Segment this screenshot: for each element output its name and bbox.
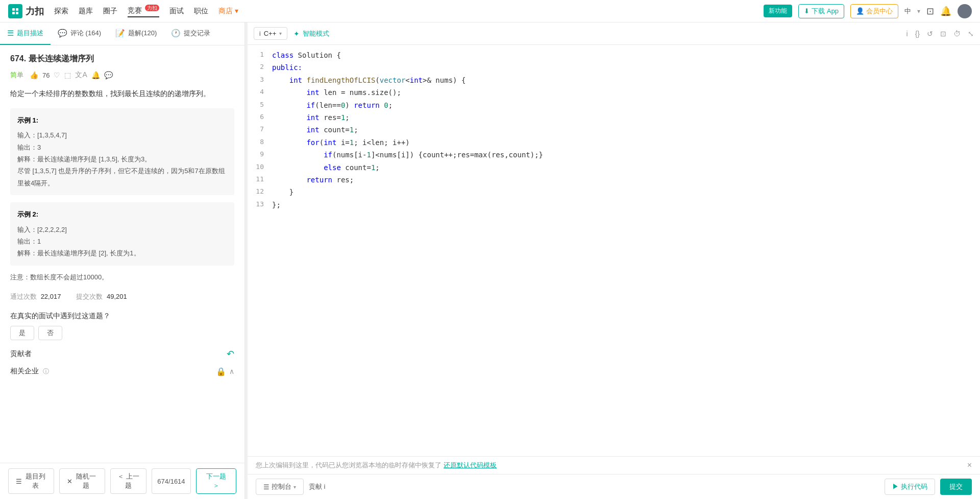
interview-no-button[interactable]: 否 [38, 326, 62, 340]
ai-mode-toggle[interactable]: ✦ 智能模式 [287, 27, 335, 40]
language-selector[interactable]: 中 [904, 7, 911, 16]
chevron-down-icon[interactable]: ▾ [917, 8, 920, 15]
heart-icon[interactable]: ♡ [54, 71, 60, 79]
next-problem-button[interactable]: 下一题 ＞ [196, 468, 236, 494]
ai-icon: ✦ [293, 30, 300, 38]
comment-icon: 💬 [58, 29, 67, 38]
download-icon: ⬇ [804, 7, 810, 15]
share-icon[interactable]: ⬚ [64, 71, 71, 79]
left-footer: ☰ 题目列表 ✕ 随机一题 ＜ 上一题 674/1614 下一题 ＞ [0, 463, 244, 499]
code-line-12: 12 } [248, 186, 980, 198]
code-line-5: 5 if(len==0) return 0; [248, 99, 980, 111]
nav-contest[interactable]: 竞赛 力扣 [128, 5, 159, 17]
console-icon: ☰ [263, 483, 270, 491]
member-icon: 👤 [856, 7, 864, 15]
download-app-button[interactable]: ⬇ 下载 App [798, 4, 844, 18]
code-line-6: 6 int res=1; [248, 111, 980, 124]
notification-bar: 您上次编辑到这里，代码已从您浏览器本地的临时存储中恢复了 还原默认代码模板 × [248, 456, 980, 474]
comment-small-icon[interactable]: 💬 [104, 71, 113, 79]
code-line-2: 2 public: [248, 61, 980, 74]
nav-right: 新功能 ⬇ 下载 App 👤 会员中心 中 ▾ ⊡ 🔔 [764, 4, 972, 18]
example2-block: 示例 2: 输入：[2,2,2,2,2] 输出：1 解释：最长连续递增序列是 [… [10, 202, 234, 266]
svg-rect-1 [16, 8, 18, 11]
expand-icon[interactable]: ⊡ [940, 30, 946, 38]
fullscreen-editor-icon[interactable]: ⤡ [968, 30, 974, 38]
contest-badge: 力扣 [145, 5, 159, 11]
thumbs-up-icon[interactable]: 👍 [30, 71, 38, 79]
member-center-button[interactable]: 👤 会员中心 [850, 4, 898, 18]
timer-icon[interactable]: ⏱ [953, 30, 961, 38]
shuffle-icon: ✕ [67, 478, 72, 485]
notification-close-icon[interactable]: × [967, 461, 972, 470]
problem-list-button[interactable]: ☰ 题目列表 [8, 468, 54, 494]
code-line-3: 3 int findLengthOfLCIS(vector<int>& nums… [248, 74, 980, 86]
console-button[interactable]: ☰ 控制台 ▾ [256, 479, 304, 495]
contribute-button[interactable]: 贡献 i [309, 482, 326, 491]
right-footer: ☰ 控制台 ▾ 贡献 i ▶ 执行代码 提交 [248, 474, 980, 499]
nav-problems[interactable]: 题库 [79, 7, 93, 16]
example1-output: 输出：3 [17, 141, 227, 153]
nav-shop[interactable]: 商店 ▾ [218, 7, 238, 16]
bell-icon[interactable]: 🔔 [91, 71, 100, 79]
code-editor[interactable]: 1 class Solution { 2 public: 3 int findL… [248, 45, 980, 456]
new-feature-button[interactable]: 新功能 [764, 5, 792, 17]
dropdown-arrow-icon: ▾ [279, 31, 282, 36]
code-line-8: 8 for(int i=1; i<len; i++) [248, 136, 980, 149]
fullscreen-icon[interactable]: ⊡ [926, 6, 934, 17]
example1-note: 尽管 [1,3,5,7] 也是升序的子序列，但它不是连续的，因为5和7在原数组里… [17, 165, 227, 189]
svg-rect-0 [12, 8, 15, 11]
note-section: 注意：数组长度不会超过10000。 [10, 273, 234, 282]
example1-block: 示例 1: 输入：[1,3,5,4,7] 输出：3 解释：最长连续递增序列是 [… [10, 108, 234, 195]
notification-text: 您上次编辑到这里，代码已从您浏览器本地的临时存储中恢复了 [256, 461, 442, 470]
nav-explore[interactable]: 探索 [54, 7, 68, 16]
example2-output: 输出：1 [17, 235, 227, 247]
language-selector[interactable]: i C++ ▾ [254, 27, 287, 40]
notification-bell-icon[interactable]: 🔔 [940, 6, 951, 17]
code-line-10: 10 else count=1; [248, 161, 980, 174]
example2-explain: 解释：最长连续递增序列是 [2], 长度为1。 [17, 247, 227, 259]
translate-icon[interactable]: 文A [75, 70, 87, 80]
list-icon: ☰ [16, 478, 22, 485]
contributor-icon[interactable]: ↶ [227, 348, 234, 360]
clock-icon: 🕐 [171, 29, 181, 38]
user-avatar[interactable] [958, 4, 972, 18]
run-code-button[interactable]: ▶ 执行代码 [885, 479, 935, 495]
problem-number-display[interactable]: 674/1614 [152, 468, 190, 494]
expand-company-icon[interactable]: ∧ [229, 367, 234, 375]
info-icon[interactable]: ⓘ [43, 368, 49, 375]
logo-icon [8, 4, 22, 18]
nav-community[interactable]: 圈子 [103, 7, 117, 16]
left-panel: ☰ 题目描述 💬 评论 (164) 📝 题解(120) 🕐 提交记录 674. … [0, 22, 245, 499]
tab-solutions[interactable]: 📝 题解(120) [108, 22, 164, 45]
problem-description: 给定一个未经排序的整数数组，找到最长且连续的的递增序列。 [10, 88, 234, 100]
reset-icon[interactable]: ↺ [927, 30, 933, 38]
main-layout: ☰ 题目描述 💬 评论 (164) 📝 题解(120) 🕐 提交记录 674. … [0, 22, 980, 499]
contributors-section: 贡献者 ↶ [10, 348, 234, 360]
console-dropdown-icon: ▾ [293, 484, 296, 490]
tab-comments[interactable]: 💬 评论 (164) [51, 22, 108, 45]
restore-template-link[interactable]: 还原默认代码模板 [444, 461, 497, 470]
code-line-9: 9 if(nums[i-1]<nums[i]) {count++;res=max… [248, 149, 980, 161]
prev-problem-button[interactable]: ＜ 上一题 [110, 468, 146, 494]
nav-jobs[interactable]: 职位 [194, 7, 208, 16]
lock-icon[interactable]: 🔒 [216, 367, 226, 376]
nav-interview[interactable]: 面试 [169, 7, 184, 16]
problem-title: 674. 最长连续递增序列 [10, 54, 234, 64]
code-line-7: 7 int count=1; [248, 124, 980, 136]
editor-toolbar: i C++ ▾ ✦ 智能模式 i {} ↺ ⊡ ⏱ ⤡ [248, 22, 980, 45]
contributors-label: 贡献者 [10, 349, 32, 359]
tab-description[interactable]: ☰ 题目描述 [0, 22, 51, 45]
example1-label: 示例 1: [17, 114, 227, 126]
interview-question: 在真实的面试中遇到过这道题？ [10, 312, 234, 321]
solution-icon: 📝 [115, 29, 125, 38]
tab-submissions[interactable]: 🕐 提交记录 [164, 22, 217, 45]
nav-logo[interactable]: 力扣 [8, 4, 44, 18]
format-icon[interactable]: {} [915, 30, 920, 38]
random-problem-button[interactable]: ✕ 随机一题 [59, 468, 105, 494]
editor-right-icons: i {} ↺ ⊡ ⏱ ⤡ [906, 30, 974, 38]
problem-content: 674. 最长连续递增序列 简单 👍 76 ♡ ⬚ 文A 🔔 💬 给定一个未经排… [0, 45, 244, 463]
interview-yes-button[interactable]: 是 [10, 326, 34, 340]
info-editor-icon[interactable]: i [906, 30, 908, 38]
code-line-4: 4 int len = nums.size(); [248, 86, 980, 99]
submit-button[interactable]: 提交 [940, 479, 972, 495]
